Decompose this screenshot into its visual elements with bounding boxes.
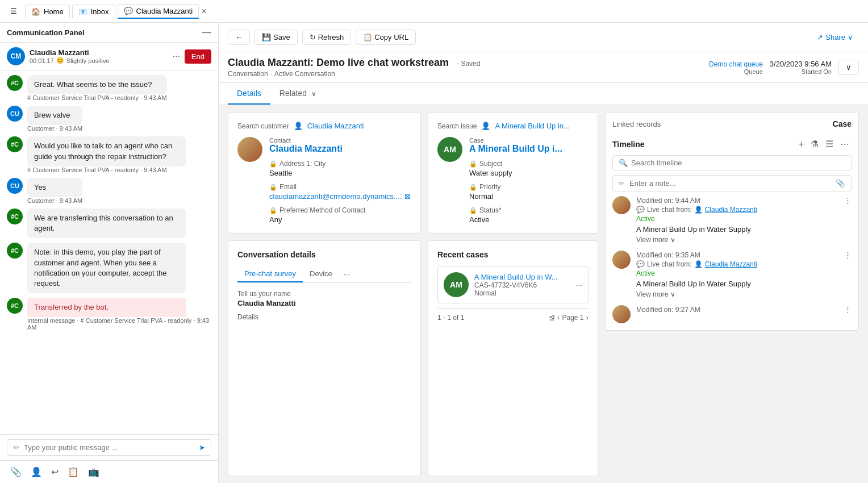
prev-page-button[interactable]: ‹ [557, 313, 560, 322]
email-copy-icon[interactable]: ⊠ [404, 192, 411, 201]
contact-name: Claudia Mazzanti [30, 48, 168, 57]
send-button[interactable]: ➤ [199, 443, 205, 452]
copy-icon: 📋 [363, 33, 372, 41]
tab-claudia[interactable]: 💬 Claudia Mazzanti [118, 4, 199, 19]
message-source: Customer · 9:43 AM [27, 125, 82, 132]
chat-icon-small: 💬 [636, 206, 645, 214]
chat-input-row: ✏ ➤ [7, 439, 211, 456]
tl-user-link[interactable]: Claudia Mazzanti [705, 260, 757, 268]
back-button[interactable]: ← [228, 30, 250, 45]
attachment-button[interactable]: 📎 [7, 464, 25, 480]
case-list-avatar: AM [444, 272, 469, 297]
saved-badge: - Saved [457, 60, 480, 68]
tl-user-link[interactable]: Claudia Mazzanti [705, 206, 757, 214]
message-bubble: We are transferring this conversation to… [27, 209, 186, 238]
share-icon: ↗ [817, 33, 823, 41]
message-bubble: Yes [27, 178, 82, 197]
case-more-button[interactable]: ··· [576, 281, 582, 289]
notes-button[interactable]: 📋 [64, 464, 82, 480]
issue-name-link[interactable]: A Mineral Build Up in... [495, 122, 570, 130]
tab-related[interactable]: Related ∨ [270, 83, 326, 105]
view-more-button[interactable]: View more ∨ [636, 290, 675, 298]
chat-icon: 💬 [124, 7, 133, 15]
end-chat-button[interactable]: End [185, 49, 211, 64]
chat-input[interactable] [24, 443, 194, 452]
message-source: Internal message · # Customer Service Tr… [27, 317, 211, 331]
message-bubble: Brew valve [27, 106, 82, 125]
contact-details: Contact Claudia Mazzanti 🔒 Address 1: Ci… [269, 137, 411, 224]
message-row: CU Yes Customer · 9:43 AM [7, 178, 211, 204]
user-icon-small: 👤 [694, 260, 703, 268]
screen-share-button[interactable]: 📺 [85, 464, 103, 480]
chat-messages: #C Great. What seems to be the issue? # … [0, 70, 218, 434]
lock-icon: 🔒 [469, 184, 477, 191]
timeline-entry: Modified on: 9:27 AM ⋮ [612, 305, 852, 323]
contact-avatar: CM [7, 47, 25, 65]
tab-close-button[interactable]: ✕ [201, 7, 207, 15]
refresh-button[interactable]: ↻ Refresh [302, 30, 352, 45]
message-row: CU Brew valve Customer · 9:43 AM [7, 106, 211, 132]
tl-more-button[interactable]: ⋮ [844, 251, 852, 259]
timeline-entry: Modified on: 9:35 AM ⋮ 💬 Live chat from:… [612, 251, 852, 298]
tl-header: Modified on: 9:35 AM ⋮ [636, 251, 852, 259]
queue-link[interactable]: Demo chat queue [709, 60, 763, 68]
add-timeline-button[interactable]: + [796, 138, 806, 151]
participant-button[interactable]: 👤 [27, 464, 45, 480]
tl-more-button[interactable]: ⋮ [844, 305, 852, 314]
attachment-icon-button[interactable]: 📎 [836, 179, 845, 188]
timeline-actions: + ⚗ ☰ ⋯ [796, 138, 852, 151]
timeline-more-button[interactable]: ⋯ [838, 138, 852, 151]
main-layout: Communication Panel — CM Claudia Mazzant… [0, 23, 868, 483]
tab-more-button[interactable]: ··· [339, 266, 354, 282]
chat-icon-small: 💬 [636, 260, 645, 268]
tl-content: Modified on: 9:27 AM ⋮ [636, 305, 852, 314]
details-field: Details [237, 313, 411, 321]
hamburger-button[interactable]: ☰ [5, 5, 23, 18]
message-source: Customer · 9:43 AM [27, 197, 82, 204]
note-input[interactable] [629, 179, 831, 188]
copy-url-button[interactable]: 📋 Copy URL [356, 30, 416, 45]
customer-search-icon: 👤 [294, 122, 303, 130]
user-avatar: CU [7, 178, 23, 194]
bot-avatar: #C [7, 75, 23, 91]
view-more-button[interactable]: View more ∨ [636, 236, 675, 244]
message-row: #C Great. What seems to be the issue? # … [7, 75, 211, 101]
list-view-button[interactable]: ☰ [823, 138, 836, 151]
tab-pre-chat[interactable]: Pre-chat survey [237, 266, 303, 282]
issue-search-icon: 👤 [481, 122, 490, 130]
timeline-header: Timeline + ⚗ ☰ ⋯ [612, 138, 852, 151]
save-icon: 💾 [262, 33, 271, 41]
recent-cases-card: Recent cases AM A Mineral Build Up in W.… [428, 240, 598, 476]
breadcrumb: Conversation · Active Conversation [228, 70, 480, 78]
tab-device[interactable]: Device [303, 266, 339, 282]
message-source: # Customer Service Trial PVA - readonly … [27, 94, 167, 101]
tab-inbox[interactable]: 📧 Inbox [72, 5, 115, 18]
tl-more-button[interactable]: ⋮ [844, 196, 852, 205]
bot-avatar: #C [7, 243, 23, 259]
more-options-button[interactable]: ··· [173, 51, 180, 61]
tl-source: 💬 Live chat from: 👤 Claudia Mazzanti [636, 206, 852, 214]
share-button[interactable]: ↗ Share ∨ [811, 30, 859, 44]
save-button[interactable]: 💾 Save [254, 30, 298, 45]
filter-timeline-button[interactable]: ⚗ [808, 138, 821, 151]
first-page-button[interactable]: ⊴ [549, 313, 555, 322]
next-page-button[interactable]: › [586, 313, 589, 322]
started-on-info: 3/20/2023 9:56 AM Started On [770, 60, 832, 75]
tab-details[interactable]: Details [228, 83, 270, 105]
left-column: Search customer 👤 Claudia Mazzanti Conta… [228, 112, 421, 476]
address-field: 🔒 Address 1: City Seattle [269, 160, 411, 177]
customer-name-link[interactable]: Claudia Mazzanti [307, 122, 364, 130]
chevron-expand-button[interactable]: ∨ [838, 60, 859, 75]
chat-contact-header: CM Claudia Mazzanti 00:01:17 😊 Slightly … [0, 43, 218, 70]
tab-home[interactable]: 🏠 Home [25, 5, 70, 18]
subject-field: 🔒 Subject Water supply [469, 160, 589, 177]
page-header-left: Claudia Mazzanti: Demo live chat workstr… [228, 57, 480, 78]
transferred-message: Transferred by the bot. [27, 298, 186, 317]
tl-avatar [612, 196, 631, 214]
minimize-button[interactable]: — [202, 27, 211, 38]
page-title: Claudia Mazzanti: Demo live chat workstr… [228, 57, 449, 69]
transfer-button[interactable]: ↩ [48, 464, 62, 480]
timeline-search-input[interactable] [631, 159, 845, 167]
contact-card: Contact Claudia Mazzanti 🔒 Address 1: Ci… [237, 137, 411, 224]
case-list-item: AM A Mineral Build Up in W... CAS-47732-… [437, 266, 589, 303]
